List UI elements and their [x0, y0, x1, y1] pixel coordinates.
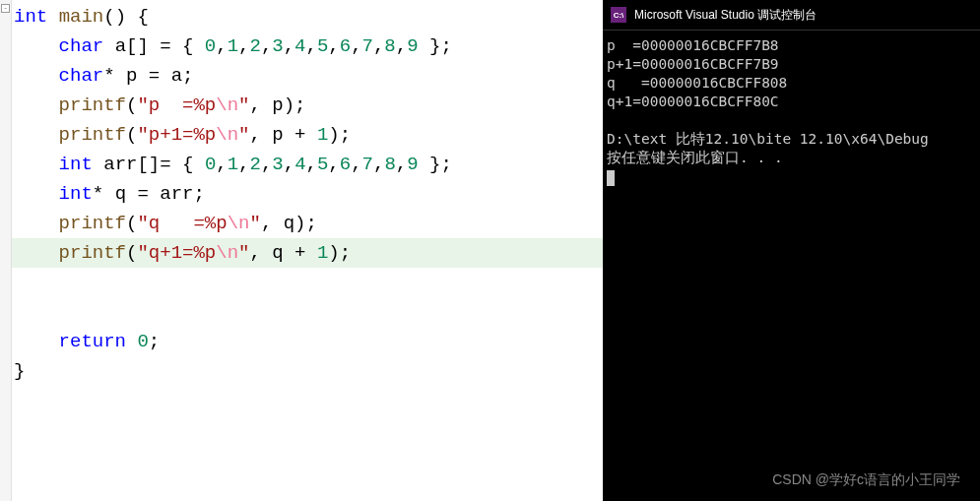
- code-line[interactable]: printf("q+1=%p\n", q + 1);: [14, 238, 603, 268]
- code-area[interactable]: int main() { char a[] = { 0,1,2,3,4,5,6,…: [0, 0, 603, 386]
- editor-gutter: -: [0, 0, 12, 501]
- code-line[interactable]: printf("q =%p\n", q);: [14, 209, 603, 238]
- fold-icon[interactable]: -: [1, 4, 10, 13]
- code-line[interactable]: }: [14, 356, 603, 386]
- code-line[interactable]: int arr[]= { 0,1,2,3,4,5,6,7,8,9 };: [14, 150, 603, 179]
- code-line[interactable]: return 0;: [14, 327, 603, 356]
- code-line[interactable]: char* p = a;: [14, 61, 603, 91]
- watermark-text: CSDN @学好c语言的小王同学: [772, 471, 960, 489]
- code-line[interactable]: int main() {: [14, 2, 603, 31]
- code-line[interactable]: printf("p+1=%p\n", p + 1);: [14, 120, 603, 150]
- code-line[interactable]: [14, 297, 603, 327]
- console-title-bar: C:\ Microsoft Visual Studio 调试控制台: [603, 0, 980, 31]
- code-line[interactable]: [14, 268, 603, 297]
- console-output: p =00000016CBCFF7B8 p+1=00000016CBCFF7B9…: [603, 31, 980, 501]
- debug-console-pane: C:\ Microsoft Visual Studio 调试控制台 p =000…: [603, 0, 980, 501]
- code-editor-pane[interactable]: - int main() { char a[] = { 0,1,2,3,4,5,…: [0, 0, 603, 501]
- code-line[interactable]: int* q = arr;: [14, 179, 603, 209]
- code-line[interactable]: printf("p =%p\n", p);: [14, 91, 603, 120]
- console-cursor: [607, 170, 615, 186]
- console-title: Microsoft Visual Studio 调试控制台: [634, 7, 817, 24]
- vs-icon: C:\: [611, 7, 626, 23]
- code-line[interactable]: char a[] = { 0,1,2,3,4,5,6,7,8,9 };: [14, 31, 603, 61]
